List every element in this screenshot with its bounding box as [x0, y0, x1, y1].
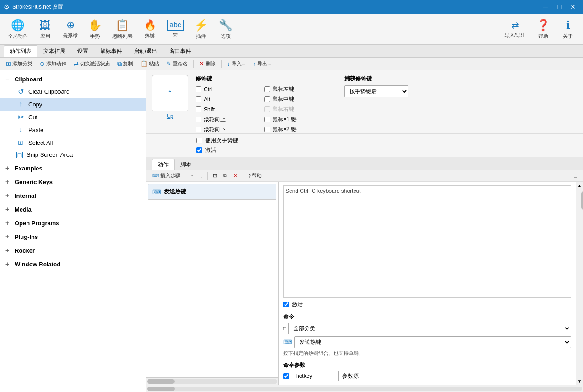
toolbar-global-actions[interactable]: 🌐 全局动作	[4, 16, 32, 42]
param-checkbox[interactable]	[283, 373, 289, 379]
minimize-button[interactable]: ─	[539, 2, 552, 11]
inner-tab-script[interactable]: 脚本	[175, 159, 197, 170]
toolbar-plugin[interactable]: ⚡ 插件	[190, 16, 212, 42]
step-wrap-button[interactable]: ⊡	[211, 172, 219, 180]
alt-checkbox[interactable]	[196, 96, 201, 102]
open-programs-group-header[interactable]: + Open Programs	[0, 217, 146, 229]
use-second-gesture-check: 使用次手势键	[196, 137, 578, 144]
global-actions-label: 全局动作	[8, 33, 28, 40]
scroll-down-btn[interactable]: ▼	[576, 377, 583, 385]
activate-checkbox[interactable]	[196, 147, 202, 153]
capture-select[interactable]: 按手势键后按手势键前同时	[344, 85, 408, 97]
plug-ins-expand-icon: +	[5, 233, 12, 240]
detail-activate-checkbox[interactable]	[283, 302, 289, 307]
mouse-right-checkbox[interactable]	[264, 106, 270, 112]
toolbar-ignore-list[interactable]: 📋 忽略列表	[108, 16, 137, 42]
paste-tree-icon: ↓	[16, 126, 25, 134]
export-button[interactable]: ↑ 导出...	[250, 59, 275, 69]
examples-group-header[interactable]: + Examples	[0, 162, 146, 174]
rename-icon: ✎	[166, 60, 171, 67]
param-hotkey-input[interactable]	[293, 371, 339, 381]
generic-keys-group-header[interactable]: + Generic Keys	[0, 176, 146, 188]
rocker-expand-icon: +	[5, 247, 12, 254]
clear-clipboard-label: Clear Clipboard	[28, 88, 69, 95]
toolbar-about[interactable]: ℹ 关于	[556, 16, 579, 42]
paste-button[interactable]: 📋 粘贴	[137, 59, 162, 69]
tab-window-events[interactable]: 窗口事件	[163, 45, 197, 57]
left-panel: − Clipboard ↺ Clear Clipboard ↑ Copy ✂ C…	[0, 70, 146, 392]
step-item-send-hotkey[interactable]: ⌨ 发送热键	[148, 184, 276, 200]
hover-ball-label: 悬浮球	[63, 32, 78, 39]
rename-button[interactable]: ✎ 重命名	[163, 59, 191, 69]
description-textarea[interactable]: Send Ctrl+C keyboard shortcut	[283, 185, 571, 298]
right-scrollbar[interactable]: ▲ ▼	[576, 182, 583, 385]
rocker-group-header[interactable]: + Rocker	[0, 244, 146, 256]
scroll-down-checkbox[interactable]	[196, 127, 201, 132]
add-category-button[interactable]: ⊞ 添加分类	[3, 59, 36, 69]
internal-group-header[interactable]: + Internal	[0, 190, 146, 201]
toolbar-options[interactable]: 🔧 选项	[214, 16, 237, 42]
tab-settings[interactable]: 设置	[71, 45, 94, 57]
tree-group-window-related: + Window Related	[0, 257, 146, 271]
step-copy-button[interactable]: ⧉	[221, 172, 229, 180]
toggle-active-label: 切换激活状态	[80, 60, 110, 67]
send-hotkey-step-icon: ⌨	[152, 188, 161, 196]
command-select[interactable]: 发送热键	[294, 336, 571, 348]
toolbar-import-export[interactable]: ⇄ 导入/导出	[500, 16, 530, 42]
mouse-x1-checkbox[interactable]	[264, 117, 270, 122]
mouse-x2-label: 鼠标×2 键	[272, 126, 297, 133]
tree-item-snip-screen[interactable]: □ Snip Screen Area	[0, 149, 146, 160]
delete-button[interactable]: ✕ 删除	[196, 59, 219, 69]
maximize-button[interactable]: □	[553, 2, 566, 11]
mouse-left-checkbox[interactable]	[264, 86, 270, 92]
toolbar-apps[interactable]: 🖼 应用	[34, 16, 57, 42]
plug-ins-group-header[interactable]: + Plug-Ins	[0, 231, 146, 243]
copy-button[interactable]: ⧉ 复制	[114, 59, 136, 69]
toolbar-hover-ball[interactable]: ⊕ 悬浮球	[58, 17, 82, 42]
mouse-middle-checkbox[interactable]	[264, 96, 270, 102]
toolbar-macro[interactable]: abc 宏	[163, 17, 188, 41]
tree-item-copy[interactable]: ↑ Copy	[0, 98, 146, 111]
clipboard-group-header[interactable]: − Clipboard	[0, 73, 146, 85]
tab-action-list[interactable]: 动作列表	[4, 45, 37, 57]
import-button[interactable]: ↓ 导入...	[224, 59, 249, 69]
category-icon: □	[283, 325, 286, 332]
step-maximize-button[interactable]: □	[572, 172, 579, 180]
toolbar-hotkey[interactable]: 🔥 热键	[138, 17, 161, 42]
scroll-up-checkbox[interactable]	[196, 117, 201, 122]
shift-checkbox[interactable]	[196, 106, 201, 112]
tree-item-select-all[interactable]: ⊞ Select All	[0, 136, 146, 149]
insert-step-button[interactable]: ⌨ 插入步骤	[150, 171, 183, 180]
category-select[interactable]: 全部分类	[288, 323, 571, 334]
step-down-button[interactable]: ↓	[198, 172, 205, 180]
tab-startup-exit[interactable]: 启动/退出	[128, 45, 163, 57]
gesture-link[interactable]: Up	[167, 113, 173, 119]
tree-item-cut[interactable]: ✂ Cut	[0, 111, 146, 123]
scroll-up-btn[interactable]: ▲	[576, 182, 583, 189]
step-up-button[interactable]: ↑	[189, 172, 196, 180]
step-help-button[interactable]: ? 帮助	[246, 171, 264, 180]
inner-tab-action[interactable]: 动作	[152, 159, 175, 170]
step-delete-button[interactable]: ✕	[231, 172, 240, 180]
media-group-header[interactable]: + Media	[0, 203, 146, 215]
tab-text-expand[interactable]: 文本扩展	[37, 45, 71, 57]
toggle-active-button[interactable]: ⇄ 切换激活状态	[70, 59, 113, 69]
mouse-x2-checkbox[interactable]	[264, 127, 270, 132]
ctrl-checkbox[interactable]	[196, 86, 201, 92]
close-button[interactable]: ✕	[567, 2, 579, 11]
steps-h-scroll-thumb	[147, 379, 175, 384]
add-action-button[interactable]: ⊕ 添加动作	[37, 59, 69, 69]
about-label: 关于	[563, 33, 573, 40]
tab-mouse-events[interactable]: 鼠标事件	[94, 45, 128, 57]
step-minimize-button[interactable]: ─	[563, 172, 571, 180]
tree-item-clear-clipboard[interactable]: ↺ Clear Clipboard	[0, 85, 146, 98]
hotkey-label: 热键	[145, 32, 155, 39]
window-related-group-header[interactable]: + Window Related	[0, 258, 146, 270]
window-related-group-label: Window Related	[15, 261, 60, 268]
detail-h-scroll[interactable]	[146, 385, 583, 392]
toolbar-gesture[interactable]: ✋ 手势	[84, 16, 106, 42]
steps-h-scroll[interactable]	[146, 377, 278, 385]
second-gesture-checkbox[interactable]	[196, 138, 202, 143]
toolbar-help[interactable]: ❓ 帮助	[532, 16, 555, 42]
tree-item-paste[interactable]: ↓ Paste	[0, 123, 146, 136]
